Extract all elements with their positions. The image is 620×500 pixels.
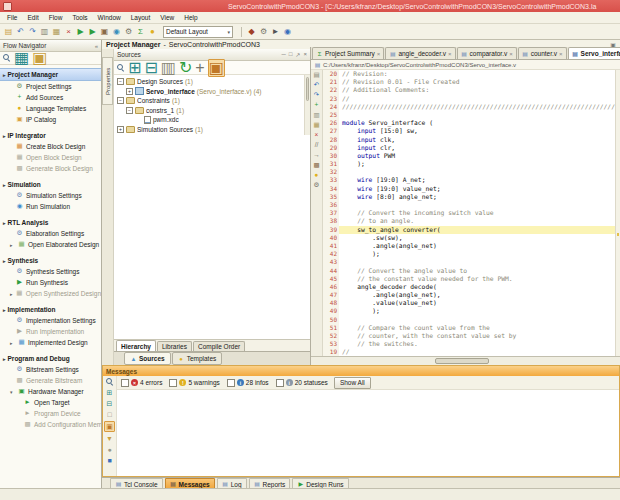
options-icon[interactable]: ▣	[32, 50, 47, 66]
expander-icon[interactable]: ▾	[10, 389, 15, 395]
code-line-51[interactable]: 51 // Compare the count value from the	[323, 324, 620, 332]
code-line-32[interactable]: 32	[323, 168, 620, 176]
copy-icon[interactable]: ▥	[39, 26, 50, 37]
gears-icon[interactable]: ⚙	[123, 26, 134, 37]
file-icon[interactable]: ▤	[389, 50, 396, 57]
collapse-panel-icon[interactable]: «	[95, 43, 98, 49]
navigate-icon[interactable]: +	[312, 101, 321, 110]
run-simulation-icon[interactable]: ◉	[16, 203, 23, 210]
program-device-icon[interactable]: ►	[24, 410, 31, 417]
flow-item-run-simulation[interactable]: ◉Run Simulation	[0, 201, 101, 212]
tree-item-servo-interface[interactable]: +Servo_interface (Servo_interface.v) (4)	[114, 87, 310, 97]
code-line-53[interactable]: 53 // the switches.	[323, 340, 620, 348]
code-line-21[interactable]: 21// Revision 0.01 - File Created	[323, 78, 620, 86]
hardware-manager-icon[interactable]: ▣	[18, 388, 25, 395]
tab-libraries[interactable]: Libraries	[157, 341, 192, 351]
code-line-26[interactable]: 26module Servo_interface (	[323, 119, 620, 127]
chevron-down-icon[interactable]: ▾	[227, 29, 230, 35]
expander-icon[interactable]: −	[117, 97, 124, 104]
code-line-25[interactable]: 25	[323, 111, 620, 119]
redo-icon[interactable]: ↷	[312, 91, 321, 100]
bulb-icon[interactable]: ●	[147, 26, 158, 37]
code-line-31[interactable]: 31 );	[323, 160, 620, 168]
flow-item-generate-block-design[interactable]: ▩Generate Block Design	[0, 163, 101, 174]
delete-icon[interactable]: ×	[312, 131, 321, 140]
flow-item-synthesis-settings[interactable]: ⚙Synthesis Settings	[0, 266, 101, 277]
flow-section-title-rtl-analysis[interactable]: ▸RTL Analysis	[0, 217, 101, 228]
add-sources-icon[interactable]: +	[16, 94, 23, 101]
code-line-42[interactable]: 42 );	[323, 250, 620, 258]
group-icon[interactable]: □	[105, 410, 114, 419]
expand-all-icon[interactable]: ⊞	[128, 60, 141, 76]
open-elaborated-design-icon[interactable]: ▦	[18, 241, 25, 248]
delete-icon[interactable]: ×	[63, 26, 74, 37]
flow-item-implemented-design[interactable]: ▸▦Implemented Design	[0, 337, 101, 348]
pen-icon[interactable]: ◆	[246, 26, 257, 37]
tree-item-design-sources[interactable]: −Design Sources (1)	[114, 77, 310, 87]
create-block-design-icon[interactable]: ▦	[16, 143, 23, 150]
flow-section-title-implementation[interactable]: ▸Implementation	[0, 304, 101, 315]
filter-5-warnings[interactable]: !5 warnings	[169, 379, 219, 387]
menu-flow[interactable]: Flow	[44, 14, 68, 21]
expander-icon[interactable]: −	[117, 78, 124, 85]
language-templates-icon[interactable]: ●	[16, 105, 23, 112]
code-line-24[interactable]: 24//////////////////////////////////////…	[323, 103, 620, 111]
log-icon[interactable]: ▤	[222, 481, 229, 488]
close-icon[interactable]: ×	[559, 51, 563, 57]
code-line-36[interactable]: 36	[323, 201, 620, 209]
messages-icon[interactable]: ▤	[170, 481, 177, 488]
filter-28-infos[interactable]: i28 infos	[227, 379, 269, 387]
comment-icon[interactable]: //	[312, 141, 321, 150]
checkbox[interactable]	[121, 379, 129, 387]
menu-view[interactable]: View	[155, 14, 179, 21]
expander-icon[interactable]: +	[126, 88, 133, 95]
filter-4-errors[interactable]: ×4 errors	[121, 379, 162, 387]
code-line-38[interactable]: 38 // to an angle.	[323, 217, 620, 225]
reports-icon[interactable]: ▤	[254, 481, 261, 488]
world-icon[interactable]: ◉	[111, 26, 122, 37]
search-icon[interactable]	[3, 54, 11, 62]
undo-icon[interactable]: ↶	[15, 26, 26, 37]
file-icon[interactable]: ▤	[522, 50, 529, 57]
code-line-52[interactable]: 52 // counter, with the constant value s…	[323, 332, 620, 340]
expander-icon[interactable]: ▸	[10, 291, 13, 297]
scrollbar-thumb[interactable]	[435, 358, 490, 364]
flow-section-title-ip-integrator[interactable]: ▸IP Integrator	[0, 130, 101, 141]
paste-icon[interactable]: ▦	[312, 121, 321, 130]
editor-tab-project-summary[interactable]: ΣProject Summary×	[312, 47, 384, 59]
code-line-27[interactable]: 27 input [15:0] sw,	[323, 127, 620, 135]
search-icon[interactable]	[106, 378, 114, 386]
code-line-22[interactable]: 22// Additional Comments:	[323, 86, 620, 94]
save-file-icon[interactable]: ▤	[312, 71, 321, 80]
code-line-34[interactable]: 34 wire [19:0] value_net;	[323, 185, 620, 193]
code-line-39[interactable]: 39 sw_to_angle converter(	[323, 226, 620, 234]
file-icon[interactable]: ▤	[461, 50, 468, 57]
editor-tab-counter-v[interactable]: ▤counter.v×	[518, 47, 567, 59]
flow-section-title-project-manager[interactable]: ▸Project Manager	[0, 68, 101, 81]
gear-icon[interactable]: ⚙	[258, 26, 269, 37]
run-synthesis-icon[interactable]: ▶	[16, 279, 23, 286]
layout-selector[interactable]: Default Layout ▾	[163, 26, 233, 38]
tree-item-pwm-xdc[interactable]: pwm.xdc	[114, 115, 310, 125]
new-file-icon[interactable]: ▤	[3, 26, 14, 37]
flow-item-add-configuration-mem[interactable]: ▩Add Configuration Mem	[0, 419, 101, 430]
code-line-46[interactable]: 46 angle_decoder decode(	[323, 283, 620, 291]
maximize-icon[interactable]: ↗	[295, 51, 300, 58]
minimize-icon[interactable]: ─	[282, 51, 286, 58]
code-line-50[interactable]: 50	[323, 316, 620, 324]
expander-icon[interactable]: −	[126, 107, 133, 114]
settings-icon[interactable]: ⚙	[312, 181, 321, 190]
tcl-console-icon[interactable]: ▤	[115, 481, 122, 488]
bulb-icon[interactable]: ●	[312, 171, 321, 180]
summary-icon[interactable]: Σ	[316, 50, 323, 57]
indent-icon[interactable]: →	[312, 151, 321, 160]
code-line-49[interactable]: 49 );	[323, 307, 620, 315]
checkbox[interactable]	[227, 379, 235, 387]
tree-item-simulation-sources[interactable]: +Simulation Sources (1)	[114, 125, 310, 135]
code-line-20[interactable]: 20// Revision:	[323, 70, 620, 78]
sources-icon[interactable]: ▲	[130, 355, 137, 362]
dot-icon[interactable]: ●	[105, 445, 114, 454]
code-line-28[interactable]: 28 input clk,	[323, 136, 620, 144]
checkbox[interactable]	[276, 379, 284, 387]
code-area[interactable]: 20// Revision:21// Revision 0.01 - File …	[323, 70, 620, 356]
